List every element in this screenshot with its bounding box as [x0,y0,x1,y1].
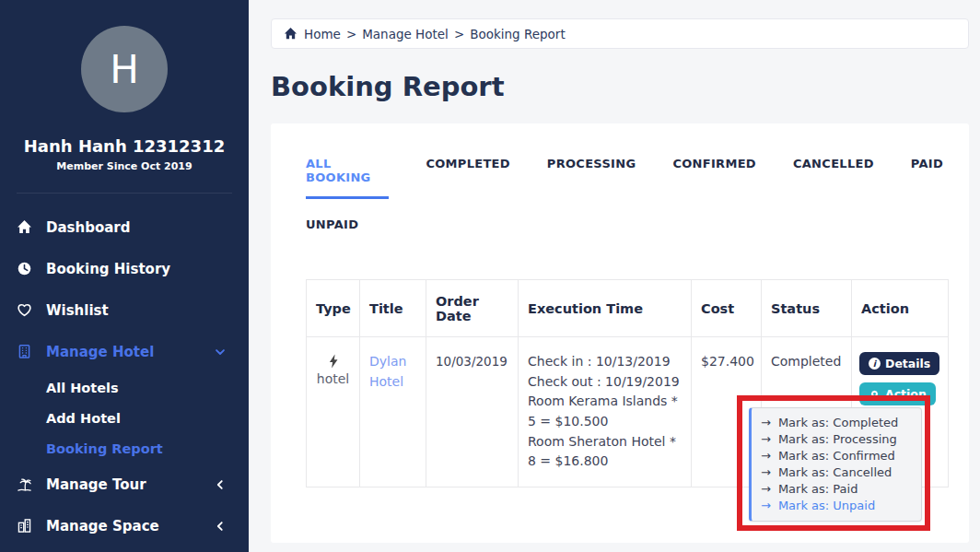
sidebar: H Hanh Hanh 12312312 Member Since Oct 20… [0,0,249,552]
col-type: Type [307,280,360,337]
menu-item-label: Mark as: Completed [778,415,898,431]
tabs-row-2: UNPAID [306,217,943,246]
details-button[interactable]: i Details [859,352,939,375]
menu-item-mark-processing[interactable]: → Mark as: Processing [752,431,921,448]
col-cost: Cost [692,280,762,337]
sidebar-item-label: Wishlist [46,302,109,319]
user-name: Hanh Hanh 12312312 [0,136,249,156]
home-icon [284,27,298,41]
gears-icon [869,388,881,400]
tab-confirmed[interactable]: CONFIRMED [672,157,756,199]
sidebar-subitem-add-hotel[interactable]: Add Hotel [0,403,249,433]
breadcrumb-separator: > [454,27,464,41]
tab-cancelled[interactable]: CANCELLED [793,157,874,199]
clock-icon [17,261,32,276]
sidebar-item-booking-history[interactable]: Booking History [0,248,249,289]
chevron-down-icon [214,346,227,358]
avatar: H [81,26,168,112]
execution-line: Room Sheraton Hotel * 8 = $16.800 [528,432,682,472]
status-value: Completed [771,354,841,369]
menu-item-mark-cancelled[interactable]: → Mark as: Cancelled [752,464,921,481]
cell-type: hotel [307,337,360,487]
breadcrumb-home[interactable]: Home [304,27,341,41]
menu-item-label: Mark as: Cancelled [778,464,892,481]
city-building-icon [17,518,32,534]
sidebar-menu: Dashboard Booking History Wishlist Manag… [0,206,249,546]
tab-unpaid[interactable]: UNPAID [306,217,358,246]
menu-item-mark-unpaid[interactable]: → Mark as: Unpaid [752,498,921,514]
menu-item-mark-confirmed[interactable]: → Mark as: Confirmed [752,448,921,464]
hotel-title-link[interactable]: Dylan Hotel [369,354,406,389]
col-action: Action [852,280,949,337]
breadcrumb-separator: > [346,27,356,41]
member-since: Member Since Oct 2019 [0,160,249,172]
execution-line: Room Kerama Islands * 5 = $10.500 [528,392,682,431]
sidebar-item-label: Dashboard [46,219,130,236]
sidebar-item-manage-space[interactable]: Manage Space [0,505,249,546]
cell-title: Dylan Hotel [360,337,426,487]
tabs: ALL BOOKING COMPLETED PROCESSING CONFIRM… [306,157,943,199]
tab-processing[interactable]: PROCESSING [547,157,636,199]
tab-completed[interactable]: COMPLETED [426,157,509,199]
arrow-right-icon: → [761,498,771,514]
palm-tree-icon [17,476,32,492]
table-header-row: Type Title Order Date Execution Time Cos… [307,280,949,337]
arrow-right-icon: → [761,415,771,431]
sidebar-item-label: Manage Tour [46,476,146,493]
col-title: Title [360,280,426,337]
cell-order-date: 10/03/2019 [426,337,519,487]
hotel-building-icon [17,344,32,359]
menu-item-label: Mark as: Paid [778,481,858,498]
chevron-left-icon [214,520,227,533]
tab-all-booking[interactable]: ALL BOOKING [306,157,389,199]
main-content: Home > Manage Hotel > Booking Report Boo… [249,0,980,552]
menu-item-label: Mark as: Unpaid [778,498,875,514]
sidebar-subitem-booking-report[interactable]: Booking Report [0,433,249,464]
lightning-bolt-icon [327,354,340,370]
order-date: 10/03/2019 [436,354,508,369]
cell-execution-time: Check in : 10/13/2019 Check out : 10/19/… [519,337,692,487]
execution-line: Check in : 10/13/2019 [528,352,682,372]
heart-icon [17,302,32,318]
sidebar-item-label: Manage Hotel [46,344,154,360]
sidebar-divider [17,193,232,194]
info-icon: i [869,358,881,370]
action-button-label: Action [885,387,927,401]
avatar-letter: H [110,47,139,92]
arrow-right-icon: → [761,481,771,498]
sidebar-subitem-label: All Hotels [46,381,119,395]
menu-item-mark-paid[interactable]: → Mark as: Paid [752,481,921,498]
col-execution-time: Execution Time [519,280,692,337]
menu-item-mark-completed[interactable]: → Mark as: Completed [752,415,921,431]
col-status: Status [762,280,852,337]
menu-item-label: Mark as: Confirmed [778,448,895,464]
menu-item-label: Mark as: Processing [778,431,897,448]
arrow-right-icon: → [761,431,771,448]
sidebar-item-dashboard[interactable]: Dashboard [0,206,249,248]
breadcrumb-current: Booking Report [470,27,566,41]
arrow-right-icon: → [761,448,771,464]
details-button-label: Details [885,357,930,370]
breadcrumb: Home > Manage Hotel > Booking Report [271,18,969,49]
sidebar-subitem-all-hotels[interactable]: All Hotels [0,372,249,403]
chevron-left-icon [214,478,227,491]
page-title: Booking Report [271,71,980,102]
col-order-date: Order Date [426,280,519,337]
action-button[interactable]: Action [859,382,936,405]
mark-as-dropdown: → Mark as: Completed → Mark as: Processi… [749,407,922,522]
sidebar-item-label: Booking History [46,261,170,277]
sidebar-item-wishlist[interactable]: Wishlist [0,289,249,331]
arrow-right-icon: → [761,464,771,481]
sidebar-item-manage-tour[interactable]: Manage Tour [0,464,249,505]
cost-value: $27.400 [701,354,754,369]
sidebar-item-label: Manage Space [46,518,159,534]
tab-paid[interactable]: PAID [911,157,943,199]
type-label: hotel [317,371,349,386]
sidebar-subitem-label: Add Hotel [46,411,121,426]
home-icon [17,219,32,235]
sidebar-item-manage-hotel[interactable]: Manage Hotel [0,331,249,372]
breadcrumb-manage-hotel[interactable]: Manage Hotel [362,27,449,41]
sidebar-subitem-label: Booking Report [46,441,163,456]
execution-line: Check out : 10/19/2019 [528,372,682,393]
